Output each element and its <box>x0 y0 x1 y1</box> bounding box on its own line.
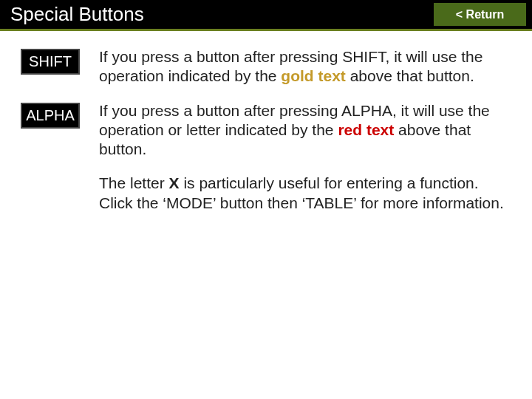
red-text-em: red text <box>338 121 394 138</box>
alpha-row: ALPHA If you press a button after pressi… <box>21 101 511 160</box>
page-title: Special Buttons <box>0 0 434 29</box>
shift-desc-post: above that button. <box>346 67 474 84</box>
letter-x-em: X <box>169 174 180 191</box>
return-button[interactable]: < Return <box>434 3 526 26</box>
shift-description: If you press a button after pressing SHI… <box>99 47 511 86</box>
alpha-button-label: ALPHA <box>21 103 80 129</box>
note-row: The letter X is particularly useful for … <box>21 174 511 213</box>
shift-row: SHIFT If you press a button after pressi… <box>21 47 511 86</box>
header-bar: Special Buttons < Return <box>0 0 532 31</box>
gold-text-em: gold text <box>281 67 346 84</box>
content-area: SHIFT If you press a button after pressi… <box>0 31 532 213</box>
alpha-description: If you press a button after pressing ALP… <box>99 101 511 160</box>
note-pre: The letter <box>99 174 169 191</box>
note-description: The letter X is particularly useful for … <box>99 174 511 213</box>
shift-button-label: SHIFT <box>21 49 80 75</box>
